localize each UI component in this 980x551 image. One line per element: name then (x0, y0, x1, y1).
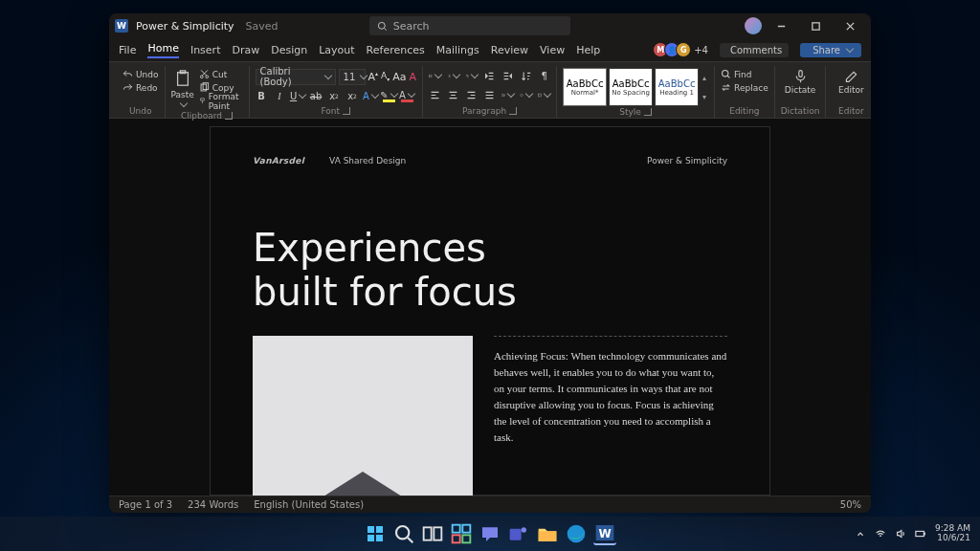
svg-point-10 (430, 76, 431, 77)
document-canvas[interactable]: VanArsdel VA Shared Design Power & Simpl… (109, 119, 871, 496)
bold-button[interactable]: B (256, 90, 268, 102)
maximize-button[interactable] (802, 15, 831, 36)
taskbar-search-button[interactable] (392, 522, 415, 545)
superscript-button[interactable]: x2 (346, 90, 359, 102)
svg-rect-20 (424, 527, 432, 540)
redo-button[interactable]: Redo (122, 81, 159, 94)
font-size-select[interactable]: 11 (339, 69, 366, 85)
italic-button[interactable]: I (274, 90, 286, 102)
explorer-icon[interactable] (536, 522, 559, 545)
document-page[interactable]: VanArsdel VA Shared Design Power & Simpl… (210, 126, 770, 496)
presence-avatars[interactable]: M 👤 G +4 (657, 42, 708, 57)
replace-button[interactable]: Replace (721, 81, 768, 94)
increase-indent-button[interactable] (501, 70, 514, 82)
wifi-icon[interactable] (875, 528, 886, 540)
shading-button[interactable] (520, 89, 532, 101)
styles-gallery-expand[interactable]: ▴▾ (701, 68, 708, 106)
multilevel-list-button[interactable] (465, 70, 478, 82)
font-launcher[interactable] (343, 107, 350, 115)
edge-icon[interactable] (565, 522, 588, 545)
style-normal[interactable]: AaBbCcNormal* (563, 68, 607, 106)
font-family-select[interactable]: Calibri (Body) (256, 69, 336, 85)
line-spacing-button[interactable] (501, 89, 514, 101)
tab-file[interactable]: File (119, 44, 136, 56)
underline-button[interactable]: U (292, 90, 304, 102)
status-words[interactable]: 234 Words (188, 499, 238, 510)
share-button[interactable]: Share (800, 43, 861, 57)
align-center-button[interactable] (447, 89, 459, 101)
editor-button[interactable]: Editor (832, 68, 870, 95)
tab-insert[interactable]: Insert (190, 44, 221, 56)
borders-button[interactable] (538, 89, 550, 101)
status-language[interactable]: English (United States) (254, 499, 364, 510)
clipboard-launcher[interactable] (225, 112, 233, 120)
start-button[interactable] (364, 522, 387, 545)
minimize-button[interactable] (768, 15, 796, 36)
tab-review[interactable]: Review (491, 44, 528, 56)
volume-icon[interactable] (895, 528, 906, 540)
ribbon: Undo Redo Undo Paste Cut Copy Format Pai… (109, 61, 871, 119)
tray-chevron-icon[interactable] (855, 528, 866, 540)
tab-view[interactable]: View (540, 44, 565, 56)
group-editor: Editor Editor (826, 66, 871, 118)
comments-button[interactable]: Comments (720, 43, 789, 57)
increase-font-button[interactable]: A▴ (368, 70, 379, 83)
status-page[interactable]: Page 1 of 3 (119, 499, 172, 510)
doc-image[interactable] (253, 336, 473, 496)
strikethrough-button[interactable]: ab (310, 90, 323, 102)
task-view-button[interactable] (421, 522, 444, 545)
teams-icon[interactable] (507, 522, 530, 545)
text-effects-button[interactable]: A (365, 90, 377, 102)
tab-draw[interactable]: Draw (232, 44, 259, 56)
search-input[interactable]: Search (369, 16, 570, 35)
styles-launcher[interactable] (644, 108, 652, 116)
tab-home[interactable]: Home (147, 42, 178, 58)
user-avatar[interactable] (745, 17, 762, 34)
highlight-button[interactable]: ✎ (383, 90, 395, 102)
doc-body-column[interactable]: Achieving Focus: When technology communi… (494, 336, 727, 496)
tab-layout[interactable]: Layout (319, 44, 354, 56)
font-color-button[interactable]: A (401, 90, 413, 102)
format-painter-button[interactable]: Format Paint (199, 95, 243, 107)
clear-format-button[interactable]: A (410, 71, 417, 83)
status-zoom[interactable]: 50% (840, 499, 861, 510)
cut-button[interactable]: Cut (199, 68, 243, 80)
tab-design[interactable]: Design (271, 44, 307, 56)
svg-point-9 (430, 75, 431, 76)
doc-body-text[interactable]: Achieving Focus: When technology communi… (494, 348, 727, 446)
subscript-button[interactable]: x2 (328, 90, 341, 102)
svg-rect-8 (201, 99, 204, 100)
tab-references[interactable]: References (367, 44, 425, 56)
sort-button[interactable] (520, 70, 532, 82)
bullets-button[interactable] (429, 70, 441, 82)
numbering-button[interactable] (447, 70, 459, 82)
style-heading-1[interactable]: AaBbCcHeading 1 (655, 68, 699, 106)
show-marks-button[interactable]: ¶ (538, 70, 550, 82)
group-undo: Undo Redo Undo (117, 66, 166, 118)
align-left-button[interactable] (429, 89, 441, 101)
align-right-button[interactable] (465, 89, 478, 101)
doc-heading[interactable]: Experiences built for focus (253, 227, 727, 315)
close-button[interactable] (836, 15, 865, 36)
justify-button[interactable] (483, 89, 496, 101)
widgets-button[interactable] (450, 522, 473, 545)
word-taskbar-icon[interactable]: W (593, 522, 616, 545)
decrease-font-button[interactable]: A▾ (381, 71, 390, 82)
undo-button[interactable]: Undo (122, 68, 159, 80)
mic-icon (792, 68, 809, 84)
battery-icon[interactable] (915, 528, 926, 540)
change-case-button[interactable]: Aa (392, 71, 406, 83)
style-no-spacing[interactable]: AaBbCcNo Spacing (609, 68, 653, 106)
svg-rect-33 (924, 533, 924, 535)
presence-count: +4 (694, 45, 708, 55)
tab-help[interactable]: Help (576, 44, 600, 56)
clock[interactable]: 9:28 AM 10/6/21 (935, 524, 970, 543)
dictate-button[interactable]: Dictate (781, 68, 819, 95)
tab-mailings[interactable]: Mailings (436, 44, 479, 56)
paragraph-launcher[interactable] (509, 107, 517, 115)
paste-button[interactable]: Paste (171, 68, 194, 110)
find-button[interactable]: Find (721, 68, 768, 80)
chat-button[interactable] (479, 522, 501, 545)
group-label-paragraph: Paragraph (462, 106, 506, 116)
decrease-indent-button[interactable] (483, 70, 496, 82)
